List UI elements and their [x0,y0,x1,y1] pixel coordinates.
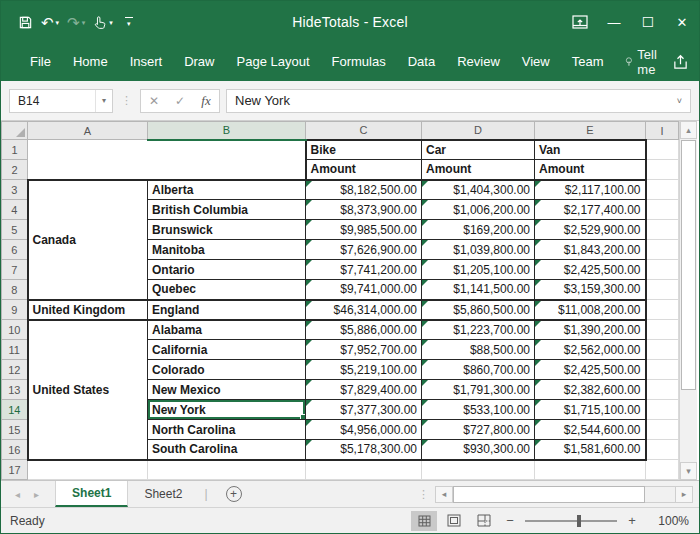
cell-D4[interactable]: $1,006,200.00 [422,200,535,220]
close-button[interactable]: ✕ [665,7,699,37]
cell-E6[interactable]: $1,843,200.00 [535,240,646,260]
undo-button[interactable]: ↶▾ [38,13,62,32]
cell-E15[interactable]: $2,544,600.00 [535,420,646,440]
cell-B13[interactable]: New Mexico [148,380,306,400]
page-layout-view-button[interactable] [441,511,467,531]
row-header-10[interactable]: 10 [2,320,28,340]
touch-mouse-mode-button[interactable]: ▾ [90,13,116,32]
row-header-12[interactable]: 12 [2,360,28,380]
cell-E8[interactable]: $3,159,300.00 [535,280,646,300]
col-header-I[interactable]: I [646,122,679,140]
cell-B16[interactable]: South Carolina [148,440,306,460]
cell-D8[interactable]: $1,141,500.00 [422,280,535,300]
drag-handle-icon[interactable]: ⋮ [119,94,134,107]
row-header-17[interactable]: 17 [2,460,28,480]
row-header-14[interactable]: 14 [2,400,28,420]
cell-E11[interactable]: $2,562,000.00 [535,340,646,360]
vertical-scrollbar-thumb[interactable] [681,140,696,390]
page-break-preview-button[interactable] [471,511,497,531]
cell-C16[interactable]: $5,178,300.00 [306,440,422,460]
cell-I13[interactable] [646,380,679,400]
cell-I11[interactable] [646,340,679,360]
cell-I1[interactable] [646,140,679,160]
cell-D11[interactable]: $88,500.00 [422,340,535,360]
ribbon-tab-view[interactable]: View [511,43,561,81]
cell-B8[interactable]: Quebec [148,280,306,300]
zoom-level-label[interactable]: 100% [653,514,689,528]
ribbon-tab-data[interactable]: Data [397,43,446,81]
name-box[interactable]: B14 ▾ [9,89,113,113]
cell-E17[interactable] [535,460,646,480]
col-header-E[interactable]: E [535,122,646,140]
cell-I2[interactable] [646,160,679,180]
cell-E4[interactable]: $2,177,400.00 [535,200,646,220]
formula-input[interactable]: New York ˅ [226,89,691,113]
ribbon-tab-page-layout[interactable]: Page Layout [226,43,321,81]
cell-E2[interactable]: Amount [535,160,646,180]
cell-A17[interactable] [28,460,148,480]
row-header-13[interactable]: 13 [2,380,28,400]
cell-I15[interactable] [646,420,679,440]
ribbon-tab-team[interactable]: Team [561,43,615,81]
cell-B4[interactable]: British Columbia [148,200,306,220]
vertical-scrollbar[interactable]: ▴ ▾ [679,121,697,480]
cell-B7[interactable]: Ontario [148,260,306,280]
row-header-2[interactable]: 2 [2,160,28,180]
horizontal-scrollbar-track[interactable] [645,486,675,503]
cell-D16[interactable]: $930,300.00 [422,440,535,460]
scroll-up-icon[interactable]: ▴ [680,121,697,139]
cell-B14[interactable]: New York [148,400,306,420]
cell-I10[interactable] [646,320,679,340]
cell-I4[interactable] [646,200,679,220]
cell-D17[interactable] [422,460,535,480]
next-sheet-icon[interactable]: ▸ [34,489,39,500]
cell-D1[interactable]: Car [422,140,535,160]
row-header-6[interactable]: 6 [2,240,28,260]
row-header-7[interactable]: 7 [2,260,28,280]
col-header-B[interactable]: B [148,122,306,140]
cell-B5[interactable]: Brunswick [148,220,306,240]
cell-I16[interactable] [646,440,679,460]
col-header-A[interactable]: A [28,122,148,140]
cell-C6[interactable]: $7,626,900.00 [306,240,422,260]
cell-E16[interactable]: $1,581,600.00 [535,440,646,460]
row-header-9[interactable]: 9 [2,300,28,320]
cell-E9[interactable]: $11,008,200.00 [535,300,646,320]
col-header-C[interactable]: C [306,122,422,140]
cell-D9[interactable]: $5,860,500.00 [422,300,535,320]
new-sheet-button[interactable]: + [214,481,254,507]
cell-I14[interactable] [646,400,679,420]
cell-C14[interactable]: $7,377,300.00 [306,400,422,420]
cell-C4[interactable]: $8,373,900.00 [306,200,422,220]
cell-A1[interactable] [28,140,148,160]
ribbon-tab-home[interactable]: Home [62,43,119,81]
cell-E3[interactable]: $2,117,100.00 [535,180,646,200]
cell-A10[interactable]: United States [28,320,148,460]
cell-D15[interactable]: $727,800.00 [422,420,535,440]
cell-D2[interactable]: Amount [422,160,535,180]
cell-A2[interactable] [28,160,148,180]
cell-E1[interactable]: Van [535,140,646,160]
row-header-16[interactable]: 16 [2,440,28,460]
cell-C5[interactable]: $9,985,500.00 [306,220,422,240]
cell-I9[interactable] [646,300,679,320]
cell-B9[interactable]: England [148,300,306,320]
zoom-out-button[interactable]: − [501,513,519,528]
cell-C15[interactable]: $4,956,000.00 [306,420,422,440]
row-header-8[interactable]: 8 [2,280,28,300]
scroll-left-icon[interactable]: ◂ [435,486,453,503]
cell-D5[interactable]: $169,200.00 [422,220,535,240]
horizontal-scrollbar-thumb[interactable] [453,486,645,503]
cell-D13[interactable]: $1,791,300.00 [422,380,535,400]
ribbon-tab-formulas[interactable]: Formulas [321,43,397,81]
sheet-tab-sheet1[interactable]: Sheet1 [55,481,128,507]
ribbon-tab-insert[interactable]: Insert [119,43,174,81]
cell-D10[interactable]: $1,223,700.00 [422,320,535,340]
cell-C12[interactable]: $5,219,100.00 [306,360,422,380]
cell-B10[interactable]: Alabama [148,320,306,340]
cell-I17[interactable] [646,460,679,480]
row-header-15[interactable]: 15 [2,420,28,440]
cell-C1[interactable]: Bike [306,140,422,160]
ribbon-display-options-button[interactable] [563,7,597,37]
previous-sheet-icon[interactable]: ◂ [15,489,20,500]
